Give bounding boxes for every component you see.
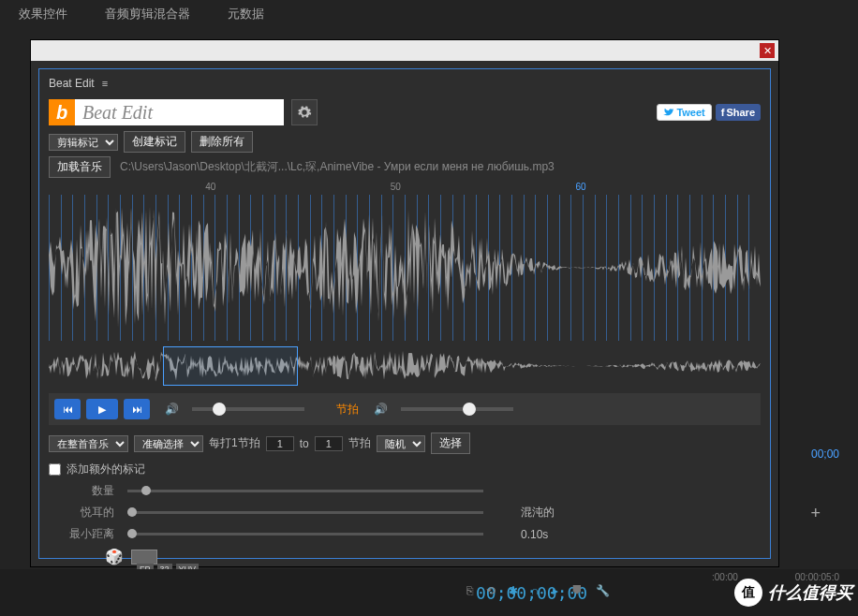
timeline-tools: ⎘ ⟲ ✱ ∩ ▸ ⛊ 🔧 — [466, 584, 610, 597]
ruler-tick: 40 — [205, 182, 215, 192]
play-button[interactable]: ▶ — [86, 399, 118, 419]
mindist-label: 最小距离 — [49, 526, 114, 542]
social-buttons: Tweet f Share — [657, 104, 761, 121]
watermark-text: 什么值得买 — [768, 581, 852, 604]
clear-all-button[interactable]: 删除所有 — [191, 131, 253, 153]
beat-vol-label: 节拍 — [336, 402, 359, 418]
every-input[interactable] — [266, 436, 294, 451]
to-label: to — [300, 437, 309, 450]
close-button[interactable]: ✕ — [760, 43, 775, 58]
settings-button[interactable] — [291, 99, 318, 125]
marker-controls-row: 剪辑标记 创建标记 删除所有 — [49, 131, 761, 153]
detect-row: 在整首音乐 准确选择 每打1节拍 to 节拍 随机 选择 — [49, 433, 761, 454]
pleasing-row: 悦耳的 混沌的 — [49, 505, 761, 521]
pleasing-label: 悦耳的 — [49, 505, 114, 521]
app-title: Beat Edit — [75, 102, 284, 124]
waveform-area[interactable]: 40 50 60 — [49, 182, 761, 341]
pleasing-slider[interactable] — [127, 511, 483, 514]
app-background: 效果控件 音频剪辑混合器 元数据 00;00 + ✕ Beat Edit ≡ b… — [0, 0, 858, 616]
logo-icon: b — [49, 99, 75, 125]
create-markers-button[interactable]: 创建标记 — [124, 131, 185, 153]
dice-icon[interactable]: 🎲 — [105, 548, 124, 565]
title-row: b Beat Edit Tweet f Share — [49, 99, 761, 125]
logo-box: b Beat Edit — [49, 99, 284, 125]
precision-dropdown[interactable]: 准确选择 — [134, 435, 203, 452]
tool-icon[interactable]: ⟲ — [486, 584, 496, 597]
load-row: 加载音乐 C:\Users\Jason\Desktop\北截河...\Lc,琛,… — [49, 156, 761, 178]
insert-icon[interactable]: ⎘ — [466, 584, 473, 597]
marker-tool-icon[interactable]: ▸ — [553, 584, 558, 597]
panel-header: Beat Edit ≡ — [49, 75, 761, 90]
waveform-overview[interactable] — [49, 346, 761, 386]
extra-checkbox-label: 添加额外的标记 — [67, 462, 145, 477]
menu-item[interactable]: 效果控件 — [19, 6, 67, 22]
scope-dropdown[interactable]: 在整首音乐 — [49, 435, 128, 452]
chaotic-label: 混沌的 — [521, 505, 555, 521]
extra-checkbox-row: 添加额外的标记 — [49, 462, 761, 477]
extra-markers-section: 添加额外的标记 数量 悦耳的 混沌的 最小距离 0.10s 🎲 — [49, 462, 761, 565]
plus-icon[interactable]: + — [810, 504, 821, 523]
amount-row: 数量 — [49, 483, 761, 499]
amount-label: 数量 — [49, 483, 114, 499]
random-dropdown[interactable]: 随机 — [377, 435, 425, 452]
ruler-tick: 50 — [391, 182, 401, 192]
watermark-badge: 值 — [734, 579, 762, 607]
panel-title: Beat Edit — [49, 77, 95, 90]
volume-slider[interactable] — [192, 407, 304, 411]
extra-markers-checkbox[interactable] — [49, 463, 61, 476]
wrench-icon[interactable]: 🔧 — [596, 584, 610, 597]
mindist-row: 最小距离 0.10s — [49, 526, 761, 542]
share-button[interactable]: f Share — [716, 104, 761, 121]
hamburger-icon[interactable]: ≡ — [102, 78, 108, 89]
waveform-main — [49, 195, 761, 341]
next-button[interactable]: ⏭ — [124, 399, 150, 419]
dice-row: 🎲 — [105, 548, 761, 565]
snap-icon[interactable]: ✱ — [509, 584, 518, 597]
beat-volume-slider[interactable] — [401, 407, 513, 411]
beat-label2: 节拍 — [348, 435, 371, 451]
select-button[interactable]: 选择 — [431, 433, 470, 454]
file-path: C:\Users\Jason\Desktop\北截河...\Lc,琛,Anime… — [120, 159, 555, 175]
magnet-icon[interactable]: ∩ — [531, 584, 540, 597]
ruler-tick-current: 60 — [575, 182, 585, 192]
menu-item[interactable]: 音频剪辑混合器 — [105, 6, 190, 22]
dialog-titlebar: ✕ — [31, 40, 778, 61]
panel: Beat Edit ≡ b Beat Edit Tweet f — [38, 68, 771, 559]
facebook-icon: f — [721, 107, 725, 118]
side-timecode: 00;00 — [811, 447, 839, 461]
overview-selection[interactable] — [163, 346, 298, 386]
amount-slider[interactable] — [127, 490, 483, 492]
menu-item[interactable]: 元数据 — [228, 6, 264, 22]
load-music-button[interactable]: 加载音乐 — [49, 156, 111, 178]
bottom-toolbar: 00;00;00;00 :00:00 00:00:05:0 — [0, 569, 858, 616]
beat-volume-icon: 🔊 — [374, 403, 388, 416]
top-menu: 效果控件 音频剪辑混合器 元数据 — [0, 0, 858, 28]
marker-type-dropdown[interactable]: 剪辑标记 — [49, 134, 118, 151]
mindist-slider[interactable] — [127, 533, 483, 535]
color-swatch[interactable] — [131, 550, 157, 565]
tweet-button[interactable]: Tweet — [657, 104, 711, 121]
volume-icon: 🔊 — [165, 403, 179, 416]
gear-icon — [297, 105, 312, 120]
beat-edit-dialog: ✕ Beat Edit ≡ b Beat Edit Tweet — [30, 39, 779, 567]
transport-bar: ⏮ ▶ ⏭ 🔊 节拍 🔊 — [49, 393, 761, 425]
every-label: 每打1节拍 — [209, 435, 260, 451]
to-input[interactable] — [315, 436, 343, 451]
watermark: 值 什么值得买 — [734, 579, 852, 607]
shield-icon[interactable]: ⛊ — [571, 584, 583, 597]
waveform-overview-svg — [49, 346, 761, 386]
time-ruler: 40 50 60 — [49, 182, 761, 195]
prev-button[interactable]: ⏮ — [54, 399, 81, 419]
twitter-icon — [663, 108, 674, 117]
mindist-value: 0.10s — [521, 528, 548, 541]
